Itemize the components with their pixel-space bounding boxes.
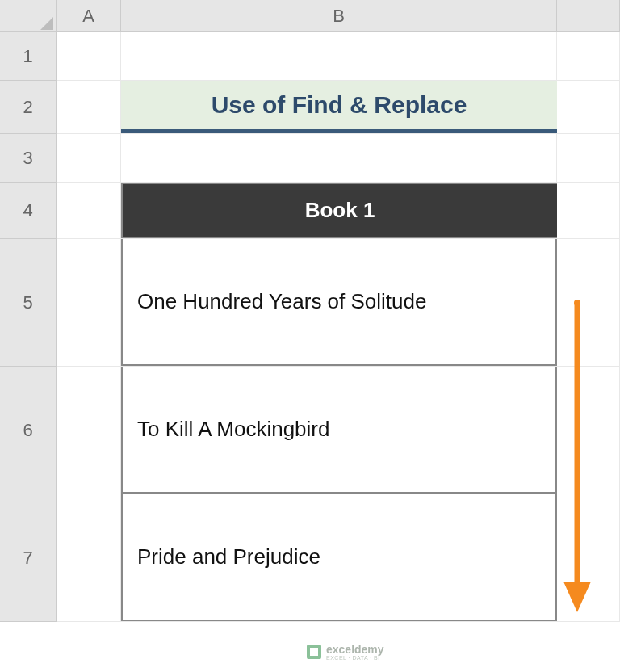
column-header-A[interactable]: A xyxy=(57,0,121,32)
row-header-4[interactable]: 4 xyxy=(0,183,56,239)
cell-A3[interactable] xyxy=(57,134,121,182)
cell-C3[interactable] xyxy=(557,134,620,182)
brand-logo-icon xyxy=(307,645,321,659)
column-header-C[interactable] xyxy=(557,0,620,32)
select-all-triangle-icon xyxy=(40,17,53,30)
spreadsheet: A B 1 2 3 4 5 6 7 Use of Find & Replace xyxy=(0,0,620,672)
row-headers: 1 2 3 4 5 6 7 xyxy=(0,32,57,622)
row-header-7[interactable]: 7 xyxy=(0,494,56,622)
cell-A6[interactable] xyxy=(57,367,121,494)
page-title[interactable]: Use of Find & Replace xyxy=(121,81,557,133)
cell-grid: Use of Find & Replace Book 1 One Hundred… xyxy=(57,32,620,622)
table-row[interactable]: One Hundred Years of Solitude xyxy=(121,239,557,366)
cell-A2[interactable] xyxy=(57,81,121,133)
cell-A4[interactable] xyxy=(57,183,121,238)
cell-B3[interactable] xyxy=(121,134,557,182)
cell-A5[interactable] xyxy=(57,239,121,366)
cell-C5[interactable] xyxy=(557,239,620,366)
cell-B1[interactable] xyxy=(121,32,557,80)
cell-C6[interactable] xyxy=(557,367,620,494)
column-header-B[interactable]: B xyxy=(121,0,557,32)
watermark-tagline: EXCEL · DATA · BI xyxy=(326,655,384,661)
cell-C1[interactable] xyxy=(557,32,620,80)
cell-C2[interactable] xyxy=(557,81,620,133)
row-header-1[interactable]: 1 xyxy=(0,32,56,81)
row-header-5[interactable]: 5 xyxy=(0,239,56,367)
row-header-6[interactable]: 6 xyxy=(0,367,56,494)
select-all-corner[interactable] xyxy=(0,0,57,32)
cell-C7[interactable] xyxy=(557,494,620,621)
cell-A1[interactable] xyxy=(57,32,121,80)
row-header-3[interactable]: 3 xyxy=(0,134,56,183)
cell-A7[interactable] xyxy=(57,494,121,621)
watermark: exceldemy EXCEL · DATA · BI xyxy=(307,642,384,661)
table-header[interactable]: Book 1 xyxy=(121,183,557,238)
column-headers: A B xyxy=(57,0,620,32)
row-header-2[interactable]: 2 xyxy=(0,81,56,134)
watermark-brand: exceldemy xyxy=(326,643,384,656)
table-row[interactable]: Pride and Prejudice xyxy=(121,494,557,621)
cell-C4[interactable] xyxy=(557,183,620,238)
table-row[interactable]: To Kill A Mockingbird xyxy=(121,367,557,494)
